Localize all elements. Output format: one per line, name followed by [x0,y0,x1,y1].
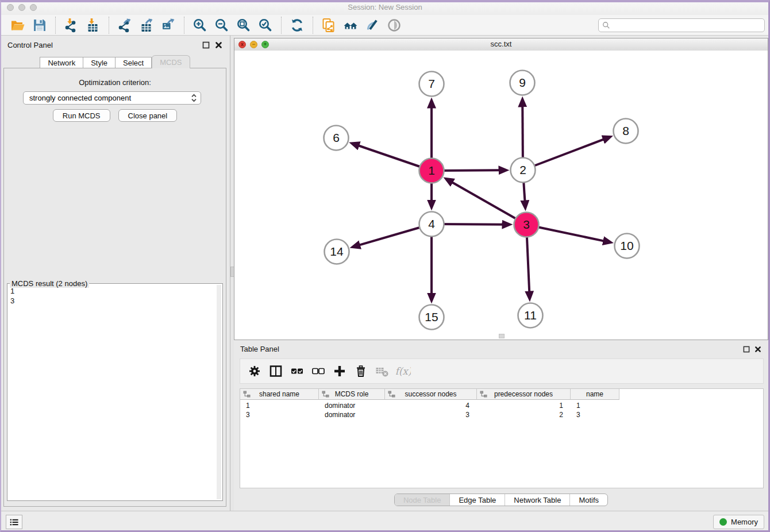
refresh-button[interactable] [286,17,308,34]
svg-text:15: 15 [425,310,438,323]
cell-MCDS-role[interactable]: dominator [319,411,385,419]
import-table-icon [86,18,101,33]
svg-text:4: 4 [428,217,435,230]
memory-status-icon [719,518,727,526]
graph-node-3[interactable]: 3 [514,213,539,237]
tab-network[interactable]: Network [40,57,83,68]
cell-shared-name[interactable]: 3 [240,411,319,419]
import-table-button[interactable] [82,17,104,34]
select-all-button[interactable] [286,361,307,381]
toolbar-group [2,17,55,34]
frame-maximize-button[interactable]: + [261,41,269,48]
settings-gear-button[interactable] [244,361,265,381]
result-scrollbar[interactable] [217,285,221,499]
eye-button[interactable] [383,17,405,34]
column-header-predecessor-nodes[interactable]: predecessor nodes [477,389,571,400]
table-float-panel-icon[interactable] [743,345,750,355]
cell-name[interactable]: 1 [571,402,619,410]
task-history-button[interactable] [6,515,22,529]
toolbar-group [109,17,184,34]
mcds-result-text[interactable]: 1 3 [10,286,214,499]
tab-motifs[interactable]: Motifs [569,494,607,506]
column-header-name[interactable]: name [571,389,619,400]
svg-text:7: 7 [428,77,435,90]
tab-node-table[interactable]: Node Table [395,494,450,506]
cell-predecessor-nodes[interactable]: 2 [477,411,571,419]
export-table-button[interactable] [136,17,157,34]
export-network-button[interactable] [114,17,136,34]
graph-node-8[interactable]: 8 [614,119,638,144]
cell-successor-nodes[interactable]: 4 [385,402,477,410]
column-header-shared-name[interactable]: shared name [240,389,319,400]
svg-text:3: 3 [523,218,530,231]
add-column-button[interactable] [329,361,350,381]
tab-network-table[interactable]: Network Table [505,494,569,506]
app-titlebar: Session: New Session [0,0,770,15]
cell-MCDS-role[interactable]: dominator [319,402,385,410]
frame-close-button[interactable]: x [238,41,246,48]
deselect-all-button[interactable] [307,361,329,381]
frame-minimize-button[interactable]: − [250,41,257,48]
import-network-button[interactable] [60,17,82,34]
visual-style-button[interactable] [361,17,383,34]
table-row[interactable]: 1dominator411 [240,401,763,410]
close-panel-button[interactable]: Close panel [118,109,178,122]
open-session-button[interactable] [7,17,29,34]
graph-node-11[interactable]: 11 [518,303,543,328]
toolbar-group [184,17,281,34]
function-builder-icon: f(x) [396,364,411,379]
control-panel-tabs: NetworkStyleSelectMCDS [0,55,230,68]
zoom-fit-button[interactable] [233,17,255,34]
search-input[interactable] [613,21,761,30]
zoom-in-button[interactable] [189,17,211,34]
graph-node-10[interactable]: 10 [615,234,640,259]
network-frame-titlebar[interactable]: x − + scc.txt [234,38,768,51]
tab-select[interactable]: Select [116,57,152,68]
graph-node-1[interactable]: 1 [419,159,444,183]
split-panel-button[interactable] [265,361,286,381]
table-toolbar: f(x) [240,358,764,384]
duplicate-network-button[interactable] [318,17,340,34]
delete-columns-button[interactable] [350,361,371,381]
close-panel-icon[interactable] [215,41,222,51]
window-minimize-button[interactable] [18,4,25,11]
run-mcds-button[interactable]: Run MCDS [53,109,110,122]
zoom-out-button[interactable] [211,17,233,34]
graph-node-9[interactable]: 9 [510,71,535,95]
table-row[interactable]: 3dominator323 [240,410,763,419]
graph-node-7[interactable]: 7 [419,72,444,97]
criterion-dropdown[interactable]: strongly connected component [23,91,201,105]
svg-text:14: 14 [330,245,344,258]
graph-node-15[interactable]: 15 [419,305,444,330]
graph-node-6[interactable]: 6 [324,126,349,151]
graph-node-14[interactable]: 14 [325,240,349,264]
canvas-resize-grip[interactable] [499,334,505,338]
cell-name[interactable]: 3 [571,411,619,419]
memory-button[interactable]: Memory [713,515,764,529]
import-network-icon [64,18,79,33]
zoom-selected-button[interactable] [255,17,276,34]
home-button[interactable] [340,17,361,34]
window-close-button[interactable] [7,4,14,11]
deselect-all-icon [311,364,326,379]
column-label: shared name [259,390,299,398]
tab-mcds[interactable]: MCDS [152,55,190,68]
graph-node-4[interactable]: 4 [419,212,444,237]
network-canvas[interactable]: 7 9 6 8 1 2 4 3 14 10 15 11 [234,51,768,340]
eye-icon [387,18,402,33]
save-session-button[interactable] [29,17,51,34]
column-header-MCDS-role[interactable]: MCDS role [319,389,385,400]
delete-columns-icon [353,364,368,379]
search-box[interactable] [598,18,765,32]
cell-successor-nodes[interactable]: 3 [385,411,477,419]
graph-node-2[interactable]: 2 [511,158,536,183]
cell-predecessor-nodes[interactable]: 1 [477,402,571,410]
tab-style[interactable]: Style [83,57,116,68]
window-zoom-button[interactable] [30,4,37,11]
column-header-successor-nodes[interactable]: successor nodes [385,389,477,400]
tab-edge-table[interactable]: Edge Table [449,494,505,506]
export-image-button[interactable] [157,17,179,34]
float-panel-icon[interactable] [202,41,210,51]
table-close-panel-icon[interactable] [754,345,761,355]
cell-shared-name[interactable]: 1 [240,402,319,410]
